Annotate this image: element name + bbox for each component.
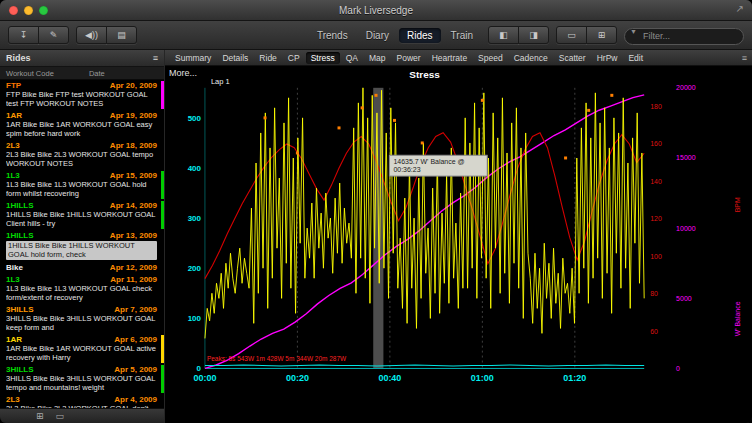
match-marker <box>361 106 364 109</box>
chart-tab-scatter[interactable]: Scatter <box>554 52 591 64</box>
ride-item[interactable]: 2L3Apr 18, 20092L3 Bike Bike 2L3 WORKOUT… <box>0 140 164 170</box>
chart-tab-hrpw[interactable]: HrPw <box>592 52 623 64</box>
sidebar: Rides ≡ Workout Code Date FTPApr 20, 200… <box>0 50 165 423</box>
ride-list: FTPApr 20, 2009FTP Bike Bike FTP test WO… <box>0 80 164 408</box>
lap-label: Lap 1 <box>211 77 230 86</box>
ride-date: Apr 6, 2009 <box>114 335 157 344</box>
ride-description: 1AR Bike Bike 1AR WORKOUT GOAL easy spim… <box>6 121 157 138</box>
calendar-grid-icon[interactable]: ⊞ <box>36 411 44 421</box>
list-view-button[interactable]: ▤ <box>106 26 137 44</box>
ride-item[interactable]: 3HILLSApr 7, 20093HILLS Bike Bike 3HILLS… <box>0 304 164 334</box>
fullscreen-icon[interactable]: ↗ <box>736 3 744 15</box>
chart-tab-cp[interactable]: CP <box>283 52 305 64</box>
column-date[interactable]: Date <box>89 69 158 78</box>
view-tab-rides[interactable]: Rides <box>399 28 441 43</box>
ride-accent-bar <box>161 365 164 393</box>
column-workout-code[interactable]: Workout Code <box>6 69 89 78</box>
chart-tab-cadence[interactable]: Cadence <box>509 52 553 64</box>
filter-input[interactable] <box>624 28 744 45</box>
x-tick-label: 00:20 <box>286 373 309 383</box>
ride-code: Bike <box>6 263 23 272</box>
ride-item[interactable]: 1L3Apr 15, 20091L3 Bike Bike 1L3 WORKOUT… <box>0 170 164 200</box>
ride-description: 3HILLS Bike Bike 3HILLS WORKOUT GOAL tem… <box>6 375 157 392</box>
match-marker <box>296 151 299 154</box>
x-tick-label: 00:00 <box>193 373 216 383</box>
view-tab-diary[interactable]: Diary <box>358 28 397 43</box>
power-series <box>205 88 644 339</box>
ride-code: 1AR <box>6 111 22 120</box>
hr-axis-title: BPM <box>734 197 741 212</box>
tiled-view-button[interactable]: ⊞ <box>586 26 617 44</box>
filter-funnel-icon[interactable]: ▼ <box>630 28 637 35</box>
close-button[interactable] <box>9 6 18 15</box>
view-tab-train[interactable]: Train <box>443 28 481 43</box>
ride-accent-bar <box>161 171 164 199</box>
chart-tab-heartrate[interactable]: Heartrate <box>427 52 472 64</box>
ride-item[interactable]: 1HILLSApr 13, 20091HILLS Bike Bike 1HILL… <box>0 230 164 262</box>
ride-item[interactable]: BikeApr 12, 2009 <box>0 262 164 274</box>
view-tab-trends[interactable]: Trends <box>309 28 356 43</box>
chart-tab-details[interactable]: Details <box>217 52 253 64</box>
ride-item[interactable]: 1ARApr 19, 20091AR Bike Bike 1AR WORKOUT… <box>0 110 164 140</box>
lowbar-toggle-button[interactable]: ◨ <box>518 26 549 44</box>
ride-date: Apr 4, 2009 <box>114 395 157 404</box>
ride-item[interactable]: 1ARApr 6, 20091AR Bike Bike 1AR WORKOUT … <box>0 334 164 364</box>
x-tick-label: 01:00 <box>471 373 494 383</box>
ride-accent-bar <box>161 335 164 363</box>
x-tick-label: 00:40 <box>378 373 401 383</box>
sidebar-toggle-button[interactable]: ◧ <box>488 26 519 44</box>
download-button[interactable]: ↧ <box>8 26 39 44</box>
ride-description: 3HILLS Bike Bike 3HILLS WORKOUT GOAL kee… <box>6 315 157 332</box>
chart-tab-stress[interactable]: Stress <box>306 52 340 64</box>
power-tick-label: 300 <box>188 214 202 223</box>
traffic-lights <box>9 6 48 15</box>
ride-description: FTP Bike Bike FTP test WORKOUT GOAL test… <box>6 91 157 108</box>
ride-date: Apr 13, 2009 <box>110 231 157 240</box>
peaks-annotation: Peaks: 5s 543W 1m 428W 5m 344W 20m 287W <box>207 355 347 362</box>
chart-tab-edit[interactable]: Edit <box>623 52 648 64</box>
folder-icon[interactable]: ▭ <box>56 411 65 421</box>
chart-tab-summary[interactable]: Summary <box>170 52 216 64</box>
ride-item[interactable]: 2L3Apr 4, 20092L3 Bike Bike 2L3 WORKOUT … <box>0 394 164 408</box>
toolbar: ↧✎ ◀))▤ TrendsDiaryRidesTrain ◧◨ ▭⊞ ▼ <box>0 21 752 50</box>
ride-date: Apr 11, 2009 <box>110 275 157 284</box>
minimize-button[interactable] <box>24 6 33 15</box>
ride-item[interactable]: FTPApr 20, 2009FTP Bike Bike FTP test WO… <box>0 80 164 110</box>
toolbar-left-group: ↧✎ <box>8 26 69 44</box>
zoom-button[interactable] <box>39 6 48 15</box>
titlebar: Mark Liversedge ↗ <box>0 0 752 21</box>
chart-tab-power[interactable]: Power <box>392 52 426 64</box>
hr-tick-label: 100 <box>650 253 662 260</box>
chart-tab-map[interactable]: Map <box>364 52 391 64</box>
chart-tab-qa[interactable]: QA <box>341 52 363 64</box>
main-panel: SummaryDetailsRideCPStressQAMapPowerHear… <box>165 50 752 423</box>
sidebar-menu-icon[interactable]: ≡ <box>153 53 158 63</box>
match-marker <box>375 94 378 97</box>
compose-button[interactable]: ✎ <box>38 26 69 44</box>
match-marker <box>481 99 484 102</box>
tabbed-view-button[interactable]: ▭ <box>556 26 587 44</box>
match-marker <box>610 94 613 97</box>
match-marker <box>587 109 590 112</box>
ride-code: 1L3 <box>6 275 20 284</box>
ride-accent-bar <box>161 201 164 229</box>
ride-item[interactable]: 1L3Apr 11, 20091L3 Bike Bike 1L3 WORKOUT… <box>0 274 164 304</box>
ride-date: Apr 14, 2009 <box>110 201 157 210</box>
ride-date: Apr 5, 2009 <box>114 365 157 374</box>
ride-item[interactable]: 3HILLSApr 5, 20093HILLS Bike Bike 3HILLS… <box>0 364 164 394</box>
ride-description: 1AR Bike Bike 1AR WORKOUT GOAL active re… <box>6 345 157 362</box>
x-tick-label: 01:20 <box>563 373 586 383</box>
stress-chart[interactable]: 00:0000:2000:4001:0001:20010020030040050… <box>165 66 752 423</box>
speaker-button[interactable]: ◀)) <box>76 26 107 44</box>
chart-menu-icon[interactable]: ≡ <box>742 53 747 63</box>
speed-series <box>205 365 644 366</box>
view-selector: TrendsDiaryRidesTrain <box>309 28 481 43</box>
wbal-tick-label: 20000 <box>676 84 696 91</box>
power-tick-label: 0 <box>197 364 202 373</box>
ride-code: 2L3 <box>6 395 20 404</box>
ride-item[interactable]: 1HILLSApr 14, 20091HILLS Bike Bike 1HILL… <box>0 200 164 230</box>
more-label[interactable]: More... <box>169 68 197 78</box>
ride-date: Apr 19, 2009 <box>110 111 157 120</box>
chart-tab-speed[interactable]: Speed <box>473 52 508 64</box>
chart-tab-ride[interactable]: Ride <box>254 52 281 64</box>
